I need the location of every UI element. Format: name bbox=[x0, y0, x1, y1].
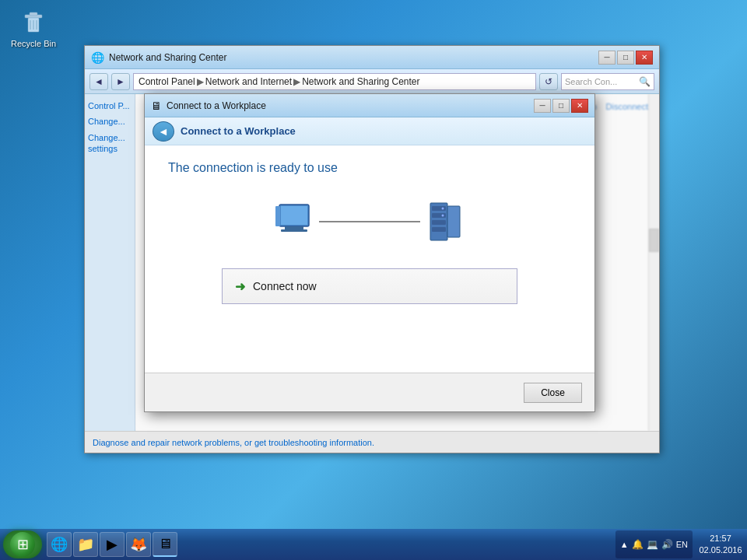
main-window-titlebar: 🌐 Network and Sharing Center ─ □ ✕ bbox=[85, 46, 659, 69]
firefox-icon: 🦊 bbox=[130, 536, 147, 553]
connection-visual bbox=[168, 198, 571, 245]
svg-point-17 bbox=[442, 208, 444, 210]
clock-date: 02.05.2016 bbox=[699, 544, 742, 556]
vertical-scrollbar[interactable] bbox=[648, 94, 659, 431]
recycle-bin-graphic bbox=[18, 6, 49, 37]
main-window-title: Network and Sharing Center bbox=[109, 52, 226, 63]
connect-arrow-icon: ➜ bbox=[235, 279, 245, 294]
back-button[interactable]: ◄ bbox=[89, 73, 108, 90]
network-icon: 🖥 bbox=[158, 536, 172, 552]
dialog-title-text: Connect to a Workplace bbox=[167, 100, 266, 111]
dialog-titlebar: 🖥 Connect to a Workplace ─ □ ✕ bbox=[145, 94, 594, 117]
main-window-controls: ─ □ ✕ bbox=[598, 51, 653, 65]
breadcrumb-part-3: Network and Sharing Center bbox=[302, 76, 419, 87]
desktop: Recycle Bin 🌐 Network and Sharing Center… bbox=[0, 0, 747, 560]
taskbar: ⊞ 🌐 📁 ▶ 🦊 🖥 ▲ 🔔 💻 🔊 EN 21:57 02.05.2016 bbox=[0, 529, 747, 560]
troubleshoot-link[interactable]: Diagnose and repair network problems, or… bbox=[93, 438, 374, 447]
taskbar-ie-button[interactable]: 🌐 bbox=[47, 532, 72, 557]
taskbar-network-button[interactable]: 🖥 bbox=[153, 532, 177, 557]
dialog-main-content: The connection is ready to use bbox=[145, 145, 594, 373]
connect-now-label: Connect now bbox=[253, 280, 317, 292]
dialog-nav: ◄ Connect to a Workplace bbox=[145, 117, 594, 145]
dialog-title-left: 🖥 Connect to a Workplace bbox=[151, 100, 266, 112]
dialog-close-action-button[interactable]: Close bbox=[524, 383, 582, 403]
sidebar-item-change1[interactable]: Change... bbox=[88, 116, 132, 127]
address-bar: ◄ ► Control Panel ▶ Network and Internet… bbox=[85, 69, 659, 94]
address-path[interactable]: Control Panel ▶ Network and Internet ▶ N… bbox=[133, 73, 536, 90]
dialog-maximize-button[interactable]: □ bbox=[552, 99, 570, 113]
tray-expand-icon[interactable]: ▲ bbox=[620, 540, 629, 549]
system-tray: ▲ 🔔 💻 🔊 EN bbox=[615, 530, 693, 558]
start-button[interactable]: ⊞ bbox=[3, 530, 42, 558]
svg-rect-12 bbox=[447, 206, 460, 237]
tray-volume-icon[interactable]: 🔊 bbox=[661, 539, 673, 550]
sidebar-item-control-panel[interactable]: Control P... bbox=[88, 100, 132, 111]
dialog-close-button[interactable]: ✕ bbox=[571, 99, 588, 113]
taskbar-media-button[interactable]: ▶ bbox=[100, 532, 124, 557]
minimize-button[interactable]: ─ bbox=[598, 51, 615, 65]
breadcrumb-part-1: Control Panel bbox=[139, 76, 195, 87]
disconnect-link[interactable]: Disconnect bbox=[606, 102, 648, 111]
tray-lang: EN bbox=[676, 540, 688, 549]
folder-icon: 📁 bbox=[77, 536, 94, 553]
taskbar-folder-button[interactable]: 📁 bbox=[73, 532, 98, 557]
search-box[interactable]: Search Con... 🔍 bbox=[561, 73, 654, 90]
server-icon bbox=[420, 198, 467, 245]
ie-icon: 🌐 bbox=[51, 536, 68, 553]
svg-rect-9 bbox=[281, 229, 307, 232]
dialog-footer: Close bbox=[145, 373, 594, 411]
scrollbar-thumb[interactable] bbox=[649, 229, 659, 252]
svg-rect-5 bbox=[30, 12, 37, 16]
svg-rect-15 bbox=[432, 220, 446, 225]
svg-rect-10 bbox=[275, 206, 280, 226]
connection-line bbox=[319, 221, 420, 222]
title-left: 🌐 Network and Sharing Center bbox=[91, 51, 226, 64]
connection-ready-title: The connection is ready to use bbox=[168, 161, 571, 175]
recycle-bin-label: Recycle Bin bbox=[11, 39, 56, 48]
refresh-button[interactable]: ↺ bbox=[539, 73, 558, 90]
breadcrumb-part-2: Network and Internet bbox=[205, 76, 292, 87]
start-orb: ⊞ bbox=[10, 532, 35, 557]
connect-to-workplace-dialog: 🖥 Connect to a Workplace ─ □ ✕ ◄ Connect… bbox=[144, 93, 595, 412]
sidebar-panel: Control P... Change... Change... setting… bbox=[85, 94, 135, 431]
search-placeholder: Search Con... bbox=[565, 77, 636, 86]
search-icon: 🔍 bbox=[639, 76, 651, 87]
sidebar-item-change2[interactable]: Change... settings bbox=[88, 132, 132, 155]
maximize-button[interactable]: □ bbox=[617, 51, 634, 65]
clock-time: 21:57 bbox=[710, 533, 731, 544]
close-button[interactable]: ✕ bbox=[636, 51, 653, 65]
connect-now-button[interactable]: ➜ Connect now bbox=[222, 268, 517, 304]
tray-network-icon: 💻 bbox=[647, 539, 658, 550]
dialog-minimize-button[interactable]: ─ bbox=[534, 99, 551, 113]
dialog-controls: ─ □ ✕ bbox=[534, 99, 588, 113]
svg-rect-8 bbox=[285, 226, 303, 229]
bottom-bar: Diagnose and repair network problems, or… bbox=[85, 431, 659, 453]
svg-rect-7 bbox=[281, 206, 307, 225]
recycle-bin-icon[interactable]: Recycle Bin bbox=[6, 6, 61, 48]
forward-button[interactable]: ► bbox=[111, 73, 130, 90]
dialog-back-button[interactable]: ◄ bbox=[153, 121, 174, 142]
media-icon: ▶ bbox=[107, 536, 117, 553]
clock: 21:57 02.05.2016 bbox=[697, 533, 744, 557]
tray-notification-icon: 🔔 bbox=[632, 539, 644, 550]
taskbar-firefox-button[interactable]: 🦊 bbox=[126, 532, 151, 557]
dialog-page-title: Connect to a Workplace bbox=[181, 125, 296, 137]
svg-rect-16 bbox=[432, 227, 446, 232]
svg-point-18 bbox=[442, 215, 444, 217]
computer-icon bbox=[272, 198, 319, 245]
